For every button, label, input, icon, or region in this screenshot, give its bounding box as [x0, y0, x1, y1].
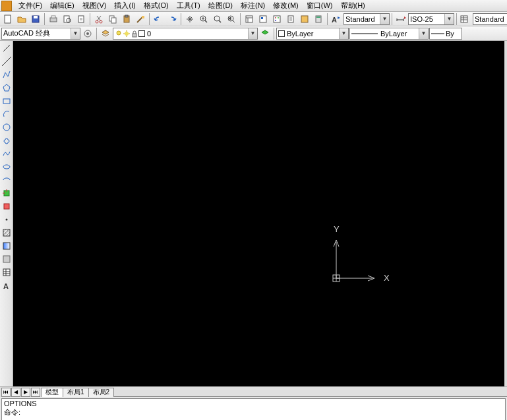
rectangle-tool[interactable] [1, 95, 13, 107]
textstyle-value: Standard [345, 15, 375, 23]
layer-properties-button[interactable] [99, 27, 112, 40]
tab-prev-button[interactable]: ◀ [11, 388, 20, 397]
layer-prev-button[interactable] [258, 27, 272, 40]
workspace-combo[interactable]: AutoCAD 经典▼ [1, 28, 80, 40]
color-combo[interactable]: ByLayer▼ [276, 28, 349, 40]
copy-button[interactable] [106, 13, 119, 26]
svg-rect-28 [316, 16, 320, 18]
layer-combo[interactable]: 0 ▼ [113, 28, 258, 40]
command-window[interactable]: OPTIONS 命令: [1, 398, 506, 420]
markup-button[interactable] [298, 13, 311, 26]
toolpalette-button[interactable] [270, 13, 283, 26]
menu-edit[interactable]: 编辑(E) [46, 0, 78, 12]
linetype-value: ByLayer [380, 30, 407, 38]
menu-format[interactable]: 格式(O) [140, 0, 173, 12]
line-tool[interactable] [1, 42, 13, 54]
lineweight-combo[interactable]: By [429, 28, 462, 40]
zoom-prev-button[interactable] [225, 13, 238, 26]
dimstyle-combo[interactable]: ISO-25▼ [408, 13, 454, 25]
sheetset-button[interactable] [284, 13, 297, 26]
pline-tool[interactable] [1, 69, 13, 80]
zoom-window-button[interactable] [211, 13, 224, 26]
undo-button[interactable] [152, 13, 165, 26]
point-tool[interactable] [1, 214, 13, 225]
revcloud-tool[interactable] [1, 135, 13, 146]
print-button[interactable] [47, 13, 60, 26]
lineweight-preview [431, 31, 444, 36]
menu-dim[interactable]: 标注(N) [237, 0, 269, 12]
dropdown-icon: ▼ [444, 14, 454, 24]
dropdown-icon: ▼ [339, 28, 348, 39]
svg-text:X: X [384, 273, 390, 283]
publish-button[interactable] [75, 13, 88, 26]
drawing-canvas[interactable]: X Y [13, 41, 507, 386]
gradient-tool[interactable] [1, 240, 13, 252]
hatch-tool[interactable] [1, 227, 13, 239]
menu-view[interactable]: 视图(V) [78, 0, 111, 12]
ellipse-tool[interactable] [1, 161, 13, 173]
open-button[interactable] [15, 13, 28, 26]
dimstyle-icon[interactable] [394, 13, 407, 26]
region-tool[interactable] [1, 253, 13, 265]
text-tool[interactable]: A [1, 280, 13, 291]
tab-model[interactable]: 模型 [41, 388, 63, 397]
svg-rect-0 [5, 15, 11, 23]
preview-button[interactable] [61, 13, 74, 26]
tab-last-button[interactable]: ⏭ [31, 388, 40, 397]
menu-tools[interactable]: 工具(T) [173, 0, 204, 12]
menu-file[interactable]: 文件(F) [15, 0, 46, 12]
svg-rect-21 [274, 16, 280, 22]
svg-point-33 [117, 31, 121, 35]
menu-draw[interactable]: 绘图(D) [204, 0, 237, 12]
svg-point-41 [3, 124, 10, 131]
layer-value: 0 [147, 30, 151, 38]
save-button[interactable] [29, 13, 42, 26]
table-tool[interactable] [1, 266, 13, 278]
svg-text:A: A [3, 282, 9, 290]
toolbar-standard: A Standard▼ ISO-25▼ Standard▼ [0, 12, 507, 26]
block-tool[interactable] [1, 200, 13, 212]
svg-point-34 [125, 32, 129, 36]
ellipsearc-tool[interactable] [1, 174, 13, 186]
svg-rect-49 [3, 269, 10, 276]
zoom-realtime-button[interactable] [197, 13, 210, 26]
svg-rect-18 [246, 16, 253, 22]
xline-tool[interactable] [1, 55, 13, 67]
polygon-tool[interactable] [1, 82, 13, 94]
linetype-combo[interactable]: ByLayer▼ [349, 28, 429, 40]
paste-button[interactable] [120, 13, 133, 26]
menu-help[interactable]: 帮助(H) [337, 0, 369, 12]
vertical-scrollbar[interactable] [504, 41, 507, 386]
match-button[interactable] [134, 13, 147, 26]
tab-layout1[interactable]: 布局1 [63, 388, 89, 397]
dropdown-icon: ▼ [248, 28, 257, 39]
properties-button[interactable] [243, 13, 256, 26]
textstyle-combo[interactable]: Standard▼ [343, 13, 390, 25]
command-prompt: 命令: [4, 407, 503, 417]
textstyle-icon[interactable]: A [330, 13, 343, 26]
arc-tool[interactable] [1, 108, 13, 120]
tab-layout2[interactable]: 布局2 [88, 388, 115, 397]
designcenter-button[interactable] [256, 13, 270, 26]
new-button[interactable] [1, 13, 15, 26]
menu-window[interactable]: 窗口(W) [303, 0, 337, 12]
tablestyle-combo[interactable]: Standard▼ [473, 13, 507, 25]
circle-tool[interactable] [1, 121, 13, 133]
color-swatch [278, 30, 285, 37]
tab-first-button[interactable]: ⏮ [1, 388, 11, 397]
pan-button[interactable] [183, 13, 196, 26]
ucs-icon: X Y [323, 225, 402, 291]
tablestyle-icon[interactable] [459, 13, 472, 26]
svg-rect-13 [125, 15, 128, 17]
tab-next-button[interactable]: ▶ [21, 388, 30, 397]
calc-button[interactable] [312, 13, 325, 26]
redo-button[interactable] [165, 13, 179, 26]
workspace-settings-button[interactable] [81, 27, 94, 40]
svg-point-23 [278, 17, 279, 18]
cut-button[interactable] [92, 13, 105, 26]
spline-tool[interactable] [1, 148, 13, 160]
menu-modify[interactable]: 修改(M) [269, 0, 303, 12]
menu-insert[interactable]: 插入(I) [110, 0, 139, 12]
insert-tool[interactable] [1, 187, 13, 199]
dropdown-icon: ▼ [380, 14, 389, 24]
